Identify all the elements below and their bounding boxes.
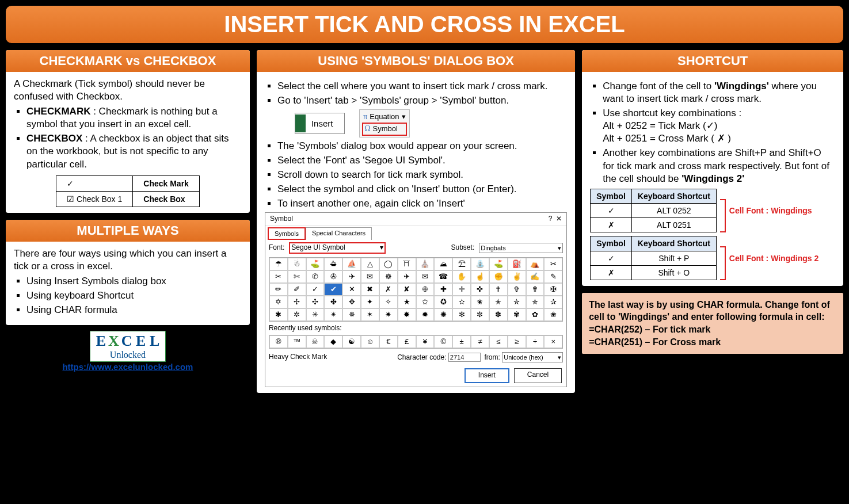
symbol-cell[interactable]: ★ xyxy=(398,296,416,308)
symbol-cell[interactable]: ✮ xyxy=(508,296,526,308)
symbol-cell[interactable]: ✡ xyxy=(269,296,288,308)
symbol-cell[interactable]: ✺ xyxy=(434,308,452,321)
symbol-cell[interactable]: ⛵ xyxy=(342,258,361,270)
symbol-cell[interactable]: ✩ xyxy=(416,296,435,308)
symbol-cell[interactable]: ✌ xyxy=(508,270,526,283)
symbol-cell[interactable]: ✈ xyxy=(398,270,416,283)
equation-button[interactable]: πEquation▾ xyxy=(362,111,406,123)
symbol-button[interactable]: ΩSymbol xyxy=(362,123,406,135)
symbol-grid[interactable]: ☂☃⛳⛴⛵△◯⛩⛪⛰⛱⛲⛳⛽⛺✂✂✄✆✇✈✉☸✈✉☎✋☝✊✌✍✎✏✐✓✔✕✖✗✘… xyxy=(269,257,563,322)
insert-button[interactable]: Insert xyxy=(465,368,509,383)
symbol-cell[interactable]: ✗ xyxy=(379,283,398,296)
symbol-cell[interactable]: ✲ xyxy=(288,308,306,321)
symbol-cell[interactable]: ✝ xyxy=(489,283,508,296)
recent-symbol-cell[interactable]: © xyxy=(434,335,452,348)
symbol-cell[interactable]: ✪ xyxy=(434,296,452,308)
font-dropdown[interactable]: Segoe UI Symbol▾ xyxy=(289,242,386,254)
symbol-cell[interactable]: ✶ xyxy=(361,308,379,321)
symbol-cell[interactable]: ✔ xyxy=(324,283,342,296)
symbol-cell[interactable]: ⛳ xyxy=(489,258,508,270)
symbol-cell[interactable]: ✿ xyxy=(526,308,545,321)
symbol-cell[interactable]: ✂ xyxy=(544,258,562,270)
recent-symbol-cell[interactable]: ☠ xyxy=(306,335,325,348)
symbol-cell[interactable]: ✹ xyxy=(416,308,435,321)
symbol-cell[interactable]: ✊ xyxy=(489,270,508,283)
symbol-cell[interactable]: ✛ xyxy=(452,283,471,296)
close-icon[interactable]: ✕ xyxy=(556,215,562,223)
symbol-cell[interactable]: ✉ xyxy=(361,270,379,283)
symbol-cell[interactable]: ✘ xyxy=(398,283,416,296)
symbol-cell[interactable]: ✽ xyxy=(489,308,508,321)
symbol-cell[interactable]: ☝ xyxy=(471,270,489,283)
recent-symbol-cell[interactable]: ± xyxy=(452,335,471,348)
symbol-cell[interactable]: ✸ xyxy=(398,308,416,321)
symbol-cell[interactable]: ✱ xyxy=(269,308,288,321)
symbol-cell[interactable]: ✧ xyxy=(379,296,398,308)
cancel-button[interactable]: Cancel xyxy=(514,368,562,383)
symbol-cell[interactable]: ⛽ xyxy=(508,258,526,270)
recent-symbol-cell[interactable]: ≠ xyxy=(471,335,489,348)
charcode-input[interactable] xyxy=(448,353,481,362)
subset-dropdown[interactable]: Dingbats▾ xyxy=(479,243,563,253)
recent-symbol-cell[interactable]: € xyxy=(379,335,398,348)
symbol-cell[interactable]: ✭ xyxy=(489,296,508,308)
recent-symbol-cell[interactable]: ÷ xyxy=(526,335,545,348)
symbol-cell[interactable]: ✏ xyxy=(269,283,288,296)
symbol-cell[interactable]: ✞ xyxy=(508,283,526,296)
recent-symbol-cell[interactable]: ◆ xyxy=(324,335,342,348)
symbol-cell[interactable]: ☂ xyxy=(269,258,288,270)
symbol-cell[interactable]: △ xyxy=(361,258,379,270)
recent-symbol-cell[interactable]: ® xyxy=(269,335,288,348)
recent-symbol-cell[interactable]: × xyxy=(544,335,562,348)
recent-symbol-cell[interactable]: £ xyxy=(398,335,416,348)
symbol-cell[interactable]: ☃ xyxy=(288,258,306,270)
symbol-cell[interactable]: ✰ xyxy=(544,296,562,308)
symbol-cell[interactable]: ✬ xyxy=(471,296,489,308)
symbol-cell[interactable]: ☸ xyxy=(379,270,398,283)
symbol-cell[interactable]: ✦ xyxy=(361,296,379,308)
symbol-cell[interactable]: ✉ xyxy=(416,270,435,283)
symbol-cell[interactable]: ✇ xyxy=(324,270,342,283)
symbol-cell[interactable]: ⛱ xyxy=(452,258,471,270)
symbol-cell[interactable]: ⛰ xyxy=(434,258,452,270)
symbol-cell[interactable]: ◯ xyxy=(379,258,398,270)
symbol-cell[interactable]: ✐ xyxy=(288,283,306,296)
symbol-cell[interactable]: ✳ xyxy=(306,308,325,321)
symbol-cell[interactable]: ☎ xyxy=(434,270,452,283)
symbol-cell[interactable]: ✥ xyxy=(342,296,361,308)
symbol-cell[interactable]: ✵ xyxy=(342,308,361,321)
symbol-cell[interactable]: ✻ xyxy=(452,308,471,321)
symbol-cell[interactable]: ⛴ xyxy=(324,258,342,270)
recent-symbol-cell[interactable]: ¥ xyxy=(416,335,435,348)
symbol-cell[interactable]: ✕ xyxy=(342,283,361,296)
symbol-cell[interactable]: ✾ xyxy=(508,308,526,321)
recent-symbol-cell[interactable]: ≤ xyxy=(489,335,508,348)
symbol-cell[interactable]: ✜ xyxy=(471,283,489,296)
symbol-cell[interactable]: ✎ xyxy=(544,270,562,283)
tab-symbols[interactable]: Symbols xyxy=(268,227,306,240)
symbol-cell[interactable]: ✍ xyxy=(526,270,545,283)
symbol-cell[interactable]: ✋ xyxy=(452,270,471,283)
symbol-cell[interactable]: ⛺ xyxy=(526,258,545,270)
symbol-cell[interactable]: ✤ xyxy=(324,296,342,308)
recent-symbol-cell[interactable]: ≥ xyxy=(508,335,526,348)
symbol-cell[interactable]: ✖ xyxy=(361,283,379,296)
symbol-cell[interactable]: ✈ xyxy=(342,270,361,283)
symbol-cell[interactable]: ⛳ xyxy=(306,258,325,270)
symbol-cell[interactable]: ✄ xyxy=(288,270,306,283)
website-link[interactable]: https://www.excelunlocked.com xyxy=(62,362,193,372)
recent-symbol-cell[interactable]: ™ xyxy=(288,335,306,348)
symbol-cell[interactable]: ✙ xyxy=(416,283,435,296)
ribbon-insert-tab[interactable]: Insert xyxy=(295,113,345,135)
symbol-cell[interactable]: ❀ xyxy=(544,308,562,321)
symbol-cell[interactable]: ⛪ xyxy=(416,258,435,270)
symbol-cell[interactable]: ✢ xyxy=(288,296,306,308)
symbol-cell[interactable]: ✣ xyxy=(306,296,325,308)
from-dropdown[interactable]: Unicode (hex)▾ xyxy=(502,352,563,362)
symbol-cell[interactable]: ✟ xyxy=(526,283,545,296)
symbol-cell[interactable]: ✚ xyxy=(434,283,452,296)
help-icon[interactable]: ? xyxy=(549,215,553,223)
symbol-cell[interactable]: ✼ xyxy=(471,308,489,321)
symbol-cell[interactable]: ✓ xyxy=(306,283,325,296)
symbol-cell[interactable]: ✠ xyxy=(544,283,562,296)
